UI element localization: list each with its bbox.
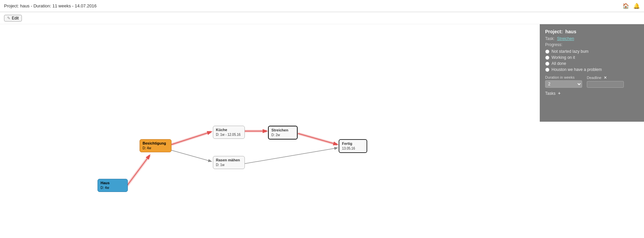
radio-all-done-input[interactable] [545, 62, 550, 66]
node-besichtigung-detail: D: 4w [143, 146, 168, 151]
node-haus-title: Haus [101, 181, 125, 186]
svg-line-9 [244, 148, 337, 164]
duration-label: Duration in weeks [545, 75, 582, 79]
node-haus[interactable]: Haus D: 4w [98, 179, 128, 192]
panel-deadline-field: Deadline ✕ [587, 75, 624, 88]
node-haus-detail: D: 4w [101, 186, 125, 190]
svg-line-2 [172, 132, 211, 145]
node-kuche[interactable]: Küche D: 1w - 12.05.16 [213, 126, 245, 139]
radio-houston-label: Houston we have a problem [552, 67, 602, 72]
panel-duration-field: Duration in weeks 2 1 3 4 [545, 75, 582, 88]
panel-task-label: Task: [545, 36, 555, 41]
panel-progress-label: Progress: [545, 42, 639, 47]
node-streichen[interactable]: Streichen D: 2w [268, 126, 298, 140]
deadline-input[interactable] [587, 81, 624, 88]
bell-icon[interactable]: 🔔 [633, 3, 640, 9]
panel-project-name: haus [565, 29, 576, 34]
radio-working-on[interactable]: Working on it [545, 55, 639, 60]
node-rasen-detail: D: 1w [216, 163, 242, 167]
radio-houston[interactable]: Houston we have a problem [545, 67, 639, 72]
panel-task-name[interactable]: Streichen [557, 36, 574, 41]
panel-radio-group: Not started lazy bum Working on it All d… [545, 49, 639, 72]
radio-all-done[interactable]: All done [545, 61, 639, 66]
svg-line-0 [127, 155, 150, 186]
svg-line-1 [127, 155, 150, 186]
radio-not-started-input[interactable] [545, 49, 550, 54]
duration-select[interactable]: 2 1 3 4 [545, 80, 582, 88]
tasks-add-button[interactable]: + [558, 90, 561, 96]
deadline-label-text: Deadline [587, 76, 601, 80]
home-icon[interactable]: 🏠 [622, 3, 629, 9]
svg-line-4 [172, 150, 211, 161]
panel-project-label: Project: [545, 29, 563, 34]
panel-task-row: Task: Streichen [545, 36, 639, 41]
radio-working-on-label: Working on it [552, 55, 575, 60]
node-kuche-detail: D: 1w - 12.05.16 [216, 132, 242, 137]
node-besichtigung-title: Besichtigung [143, 141, 168, 146]
header-icons: 🏠 🔔 [622, 3, 640, 9]
node-rasen-title: Rasen mähen [216, 158, 242, 163]
radio-not-started-label: Not started lazy bum [552, 49, 589, 54]
node-fertig[interactable]: Fertig 13.05.16 [339, 139, 367, 153]
deadline-label: Deadline ✕ [587, 75, 624, 80]
svg-line-3 [172, 132, 211, 145]
radio-all-done-label: All done [552, 61, 566, 66]
edit-button[interactable]: ✎ Edit [4, 15, 22, 22]
deadline-clear-button[interactable]: ✕ [604, 75, 607, 80]
canvas-area: Haus D: 4w Besichtigung D: 4w Küche D: 1… [0, 24, 644, 238]
svg-line-8 [298, 133, 337, 145]
radio-not-started[interactable]: Not started lazy bum [545, 49, 639, 54]
node-besichtigung[interactable]: Besichtigung D: 4w [140, 139, 172, 152]
node-streichen-detail: D: 2w [271, 133, 294, 137]
header: Project: haus - Duration: 11 weeks - 14.… [0, 0, 644, 12]
node-streichen-title: Streichen [271, 128, 294, 133]
panel-project-title: Project: haus [545, 29, 639, 34]
svg-line-7 [298, 133, 337, 145]
tasks-section: Tasks + [545, 90, 639, 96]
edit-label: Edit [12, 16, 19, 21]
radio-working-on-input[interactable] [545, 55, 550, 60]
radio-houston-input[interactable] [545, 68, 550, 72]
node-fertig-title: Fertig [342, 141, 364, 146]
side-panel: Project: haus Task: Streichen Progress: … [540, 24, 644, 122]
node-kuche-title: Küche [216, 127, 242, 132]
header-title: Project: haus - Duration: 11 weeks - 14.… [4, 3, 97, 8]
node-rasen[interactable]: Rasen mähen D: 1w [213, 156, 245, 169]
toolbar: ✎ Edit [0, 12, 644, 24]
edit-pencil-icon: ✎ [7, 16, 10, 21]
node-fertig-detail: 13.05.16 [342, 146, 364, 151]
tasks-label: Tasks [545, 91, 556, 96]
panel-duration-deadline-row: Duration in weeks 2 1 3 4 Deadline ✕ [545, 75, 639, 88]
